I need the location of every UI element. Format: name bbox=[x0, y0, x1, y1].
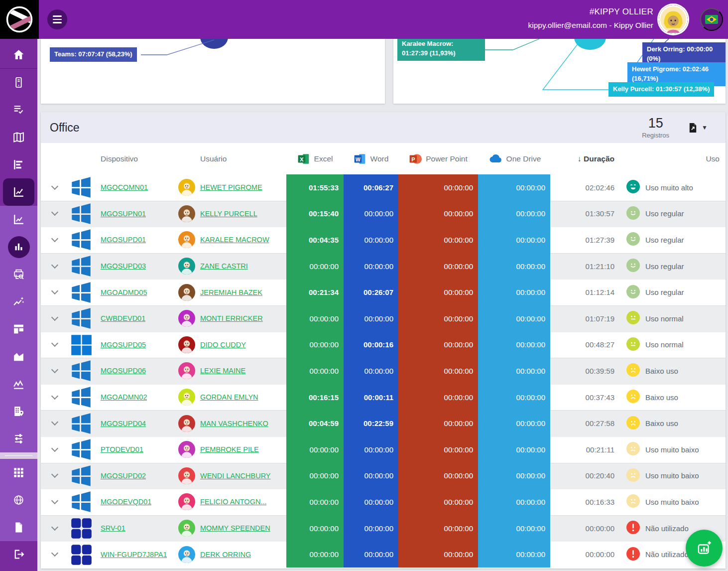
device-link[interactable]: MGOADMN02 bbox=[101, 393, 147, 401]
sidebar-item-dashboard-columns[interactable] bbox=[0, 315, 37, 343]
user-link[interactable]: MONTI ERRICKER bbox=[200, 314, 263, 322]
export-button[interactable]: ▼ bbox=[687, 122, 708, 134]
device-link[interactable]: CWBDEVD01 bbox=[101, 314, 145, 322]
onedrive-time-cell: 00:00:00 bbox=[478, 201, 550, 227]
excel-time-cell: 00:00:00 bbox=[286, 253, 344, 280]
sidebar-item-tune-settings[interactable] bbox=[0, 425, 37, 452]
chevron-down-icon[interactable] bbox=[51, 183, 58, 190]
onedrive-time-cell: 00:00:00 bbox=[478, 489, 550, 515]
chevron-down-icon[interactable] bbox=[51, 392, 58, 399]
chevron-down-icon[interactable] bbox=[51, 209, 58, 216]
device-link[interactable]: SRV-01 bbox=[101, 524, 125, 532]
table-row: MGOSUPD04 MAN VASHCHENKO 00:04:59 00:22:… bbox=[41, 410, 726, 436]
chart-label-karalee[interactable]: Karalee Macrow: 01:27:39 (11,93%) bbox=[397, 37, 485, 61]
chevron-down-icon[interactable] bbox=[51, 419, 58, 426]
device-link[interactable]: MGOSUPD04 bbox=[101, 420, 146, 428]
device-link[interactable]: MGOSUPD05 bbox=[101, 341, 146, 349]
user-link[interactable]: DERK ORRING bbox=[200, 551, 251, 559]
sidebar-item-map[interactable] bbox=[0, 124, 37, 151]
device-link[interactable]: WIN-FGUPD7J8PA1 bbox=[101, 551, 167, 559]
sidebar-item-devices[interactable] bbox=[0, 69, 37, 96]
usage-level-icon bbox=[626, 390, 640, 405]
chevron-down-icon[interactable] bbox=[51, 523, 58, 530]
table-body: MGOCOMN01 HEWET PIGROME 01:55:33 00:06:2… bbox=[41, 174, 726, 568]
device-link[interactable]: MGODEVQD01 bbox=[101, 498, 151, 506]
sidebar-item-logout[interactable] bbox=[0, 541, 37, 568]
user-link[interactable]: GORDAN EMLYN bbox=[200, 393, 258, 401]
user-link[interactable]: DIDO CUDDY bbox=[200, 341, 246, 349]
sidebar-item-insights[interactable] bbox=[0, 288, 37, 315]
add-chart-button[interactable] bbox=[686, 530, 723, 567]
col-usuario[interactable]: Usuário bbox=[200, 154, 286, 163]
device-link[interactable]: PTODEVD01 bbox=[101, 445, 143, 453]
section-title: Office bbox=[50, 121, 80, 135]
sort-desc-icon: ↓ bbox=[578, 154, 582, 163]
duration-cell: 00:37:43 bbox=[550, 384, 618, 411]
col-uso[interactable]: Uso bbox=[618, 154, 726, 163]
windows-classic-icon bbox=[69, 305, 94, 332]
device-link[interactable]: MGOSUPD02 bbox=[101, 472, 146, 480]
user-link[interactable]: HEWET PIGROME bbox=[200, 183, 262, 191]
col-duracao[interactable]: ↓ Duração bbox=[550, 154, 618, 163]
sidebar-item-line-chart[interactable] bbox=[0, 370, 37, 398]
chevron-down-icon[interactable] bbox=[51, 497, 58, 504]
user-link[interactable]: KELLY PURCELL bbox=[200, 210, 257, 218]
col-dispositivo[interactable]: Dispositivo bbox=[94, 154, 178, 163]
usage-label: Uso normal bbox=[645, 314, 684, 323]
col-excel[interactable]: X Excel bbox=[286, 152, 344, 165]
chevron-down-icon[interactable] bbox=[51, 287, 58, 294]
sidebar-item-company-location[interactable] bbox=[0, 398, 37, 425]
user-link[interactable]: JEREMIAH BAZEK bbox=[200, 288, 262, 296]
col-onedrive[interactable]: One Drive bbox=[478, 151, 550, 166]
duration-cell: 01:30:57 bbox=[550, 201, 618, 227]
powerpoint-time-cell: 00:00:00 bbox=[398, 279, 478, 305]
table-row: MGOSUPD06 LEXIE MAINE 00:00:00 00:00:00 … bbox=[41, 358, 726, 384]
chevron-down-icon[interactable] bbox=[51, 471, 58, 478]
col-word[interactable]: W Word bbox=[344, 152, 398, 165]
sidebar-item-trend-chart[interactable] bbox=[0, 206, 37, 233]
chevron-down-icon[interactable] bbox=[51, 366, 58, 373]
chart-label-kelly[interactable]: Kelly Purcell: 01:30:57 (12,38%) bbox=[608, 82, 714, 97]
user-avatar[interactable] bbox=[659, 5, 688, 34]
sidebar-item-apps-grid[interactable] bbox=[0, 459, 37, 486]
chart-label-teams[interactable]: Teams: 07:07:47 (58,23%) bbox=[50, 47, 137, 62]
chevron-down-icon[interactable] bbox=[51, 445, 58, 452]
user-link[interactable]: KARALEE MACROW bbox=[200, 236, 269, 244]
app-logo[interactable] bbox=[0, 0, 39, 39]
device-link[interactable]: MGOSUPN01 bbox=[101, 210, 146, 218]
device-link[interactable]: MGOSUPD01 bbox=[101, 236, 146, 244]
user-link[interactable]: MOMMY SPEENDEN bbox=[200, 524, 270, 532]
onedrive-time-cell: 00:00:00 bbox=[478, 279, 550, 305]
excel-time-cell: 00:00:00 bbox=[286, 436, 344, 463]
sidebar-item-area-chart[interactable] bbox=[0, 343, 37, 370]
sidebar-item-web-globe[interactable] bbox=[0, 486, 37, 514]
usage-label: Uso normal bbox=[645, 340, 684, 349]
user-link[interactable]: WENDI LANCHBURY bbox=[200, 472, 271, 480]
hamburger-menu-icon[interactable] bbox=[47, 9, 67, 29]
sidebar-item-activity-list[interactable] bbox=[0, 96, 37, 124]
chevron-down-icon[interactable] bbox=[51, 262, 58, 269]
sidebar-item-documents[interactable] bbox=[0, 514, 37, 541]
sidebar-item-home[interactable] bbox=[0, 41, 37, 68]
chevron-down-icon[interactable] bbox=[51, 340, 58, 347]
device-link[interactable]: MGOSUPD03 bbox=[101, 262, 146, 270]
sidebar-item-bar-chart[interactable] bbox=[0, 233, 37, 261]
device-link[interactable]: MGOSUPD06 bbox=[101, 367, 146, 375]
sidebar-item-print-report[interactable] bbox=[0, 261, 37, 288]
powerpoint-time-cell: 00:00:00 bbox=[398, 463, 478, 489]
user-link[interactable]: MAN VASHCHENKO bbox=[200, 420, 268, 428]
user-link[interactable]: ZANE CASTRI bbox=[200, 262, 248, 270]
col-powerpoint[interactable]: P Power Point bbox=[398, 152, 478, 165]
user-link[interactable]: LEXIE MAINE bbox=[200, 367, 245, 375]
powerpoint-time-cell: 00:00:00 bbox=[398, 227, 478, 253]
user-link[interactable]: PEMBROKE PILE bbox=[200, 445, 259, 453]
user-link[interactable]: FELICIO ANTOGN... bbox=[200, 498, 266, 506]
sidebar-item-productivity-chart[interactable] bbox=[3, 178, 34, 206]
language-button[interactable] bbox=[700, 8, 723, 31]
chevron-down-icon[interactable] bbox=[51, 235, 58, 242]
device-link[interactable]: MGOCOMN01 bbox=[101, 183, 148, 191]
chevron-down-icon[interactable] bbox=[51, 550, 58, 557]
chevron-down-icon[interactable] bbox=[51, 314, 58, 321]
sidebar-item-ranking-bars[interactable] bbox=[0, 151, 37, 178]
device-link[interactable]: MGOADMD05 bbox=[101, 288, 147, 296]
